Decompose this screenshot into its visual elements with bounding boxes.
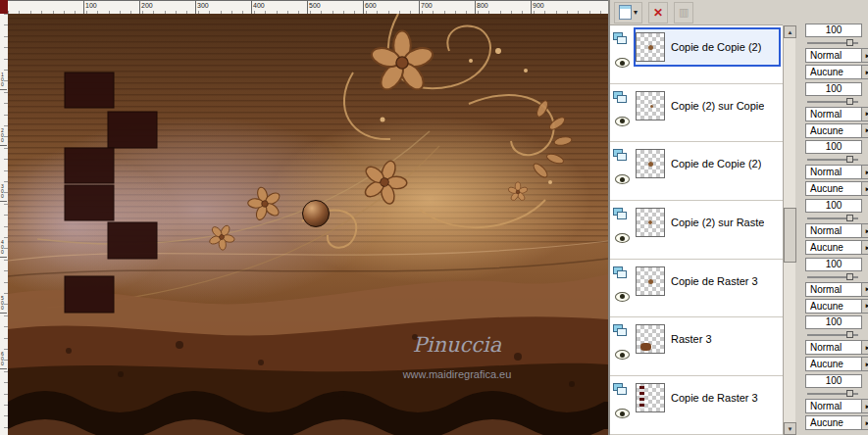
raster-layer-icon [613, 208, 629, 220]
visibility-eye-icon[interactable] [615, 350, 630, 360]
layer-thumbnail[interactable] [636, 208, 665, 237]
layer-row[interactable]: Copie de Copie (2) [610, 25, 783, 84]
opacity-slider[interactable] [807, 98, 858, 105]
slider-thumb[interactable] [846, 215, 853, 221]
combo-arrow-icon[interactable]: ▸ [862, 65, 868, 79]
link-value: Aucune [805, 415, 862, 430]
layer-thumbnail[interactable] [636, 32, 665, 62]
opacity-field[interactable]: 100 [805, 199, 862, 213]
layer-row[interactable]: Raster 3 [610, 317, 783, 376]
visibility-eye-icon[interactable] [615, 292, 630, 302]
raster-layer-icon [613, 32, 629, 45]
visibility-eye-icon[interactable] [615, 117, 630, 126]
slider-thumb[interactable] [846, 98, 853, 105]
layer-row[interactable]: Copie de Raster 3 [610, 260, 783, 318]
layers-toolbar: ▾ ✕ ▥ [610, 0, 783, 25]
layer-selection[interactable]: Copie de Copie (2) [634, 144, 781, 183]
combo-arrow-icon[interactable]: ▸ [862, 299, 868, 314]
layer-name[interactable]: Copie de Raster 3 [671, 275, 758, 287]
layer-thumbnail[interactable] [636, 149, 665, 178]
blend-mode-select[interactable]: Normal▸ [805, 340, 868, 355]
layer-row[interactable]: Copie (2) sur Raste [610, 201, 783, 260]
opacity-slider[interactable] [807, 273, 858, 280]
visibility-eye-icon[interactable] [615, 174, 630, 184]
combo-arrow-icon[interactable]: ▸ [862, 415, 868, 430]
layers-scrollbar[interactable]: ▲ ▼ [783, 25, 795, 435]
link-select[interactable]: Aucune▸ [805, 65, 868, 79]
opacity-slider[interactable] [807, 390, 858, 397]
layer-selection[interactable]: Raster 3 [634, 319, 781, 359]
layer-name[interactable]: Copie de Copie (2) [671, 158, 761, 169]
link-select[interactable]: Aucune▸ [805, 123, 868, 138]
combo-arrow-icon[interactable]: ▸ [862, 223, 868, 238]
layer-thumbnail[interactable] [636, 91, 665, 121]
ruler-label: 700 [421, 2, 433, 10]
blend-mode-select[interactable]: Normal▸ [805, 165, 868, 179]
visibility-eye-icon[interactable] [615, 58, 630, 68]
opacity-field[interactable]: 100 [805, 24, 862, 37]
blend-mode-value: Normal [805, 340, 862, 355]
slider-thumb[interactable] [846, 390, 853, 397]
opacity-field[interactable]: 100 [805, 315, 862, 329]
panel-icon: ▥ [679, 7, 689, 18]
link-select[interactable]: Aucune▸ [805, 299, 868, 314]
blend-mode-select[interactable]: Normal▸ [805, 399, 868, 413]
combo-arrow-icon[interactable]: ▸ [862, 181, 868, 196]
ruler-label: 600 [365, 2, 377, 10]
combo-arrow-icon[interactable]: ▸ [862, 240, 868, 255]
combo-arrow-icon[interactable]: ▸ [862, 107, 868, 121]
slider-thumb[interactable] [846, 156, 853, 163]
opacity-field[interactable]: 100 [805, 374, 862, 388]
image-canvas[interactable]: Pinuccia www.maidiregrafica.eu [8, 14, 608, 435]
link-select[interactable]: Aucune▸ [805, 240, 868, 255]
slider-thumb[interactable] [846, 39, 853, 46]
layer-list: Copie de Copie (2) Copie (2) sur Copie C… [610, 25, 783, 435]
opacity-field[interactable]: 100 [805, 258, 862, 271]
visibility-eye-icon[interactable] [615, 409, 630, 418]
layer-name[interactable]: Copie de Copie (2) [671, 41, 761, 53]
layer-row[interactable]: Copie de Raster 3 [610, 376, 783, 435]
layer-thumbnail[interactable] [636, 266, 665, 296]
opacity-field[interactable]: 100 [805, 140, 862, 154]
blend-mode-select[interactable]: Normal▸ [805, 107, 868, 121]
layer-thumbnail[interactable] [636, 383, 665, 412]
layer-name[interactable]: Copie de Raster 3 [671, 392, 758, 404]
opacity-slider[interactable] [807, 331, 858, 338]
opacity-field[interactable]: 100 [805, 82, 862, 96]
layer-thumbnail[interactable] [636, 324, 665, 354]
combo-arrow-icon[interactable]: ▸ [862, 399, 868, 413]
raster-layer-icon [613, 266, 629, 279]
blend-mode-select[interactable]: Normal▸ [805, 282, 868, 297]
layer-row[interactable]: Copie (2) sur Copie [610, 84, 783, 143]
layer-options-button[interactable]: ▥ [674, 2, 693, 24]
layer-name[interactable]: Raster 3 [671, 333, 712, 345]
opacity-slider[interactable] [807, 215, 858, 221]
ruler-label: 100 [85, 2, 97, 10]
blend-mode-select[interactable]: Normal▸ [805, 223, 868, 238]
slider-thumb[interactable] [846, 273, 853, 280]
combo-arrow-icon[interactable]: ▸ [862, 165, 868, 179]
link-select[interactable]: Aucune▸ [805, 415, 868, 430]
layer-selection[interactable]: Copie (2) sur Raste [634, 203, 781, 242]
blend-mode-select[interactable]: Normal▸ [805, 48, 868, 63]
combo-arrow-icon[interactable]: ▸ [862, 282, 868, 297]
combo-arrow-icon[interactable]: ▸ [862, 340, 868, 355]
layer-selection[interactable]: Copie (2) sur Copie [634, 86, 781, 125]
new-layer-button[interactable]: ▾ [614, 2, 642, 24]
layer-selection[interactable]: Copie de Copie (2) [634, 27, 781, 67]
slider-thumb[interactable] [846, 331, 853, 338]
combo-arrow-icon[interactable]: ▸ [862, 48, 868, 63]
opacity-slider[interactable] [807, 39, 858, 46]
layer-selection[interactable]: Copie de Raster 3 [634, 262, 781, 301]
layer-name[interactable]: Copie (2) sur Raste [671, 217, 764, 228]
combo-arrow-icon[interactable]: ▸ [862, 357, 868, 371]
layer-selection[interactable]: Copie de Raster 3 [634, 378, 781, 417]
visibility-eye-icon[interactable] [615, 233, 630, 243]
delete-layer-button[interactable]: ✕ [648, 2, 668, 24]
link-select[interactable]: Aucune▸ [805, 181, 868, 196]
layer-row[interactable]: Copie de Copie (2) [610, 142, 783, 201]
combo-arrow-icon[interactable]: ▸ [862, 123, 868, 138]
opacity-slider[interactable] [807, 156, 858, 163]
layer-name[interactable]: Copie (2) sur Copie [671, 100, 764, 112]
link-select[interactable]: Aucune▸ [805, 357, 868, 371]
